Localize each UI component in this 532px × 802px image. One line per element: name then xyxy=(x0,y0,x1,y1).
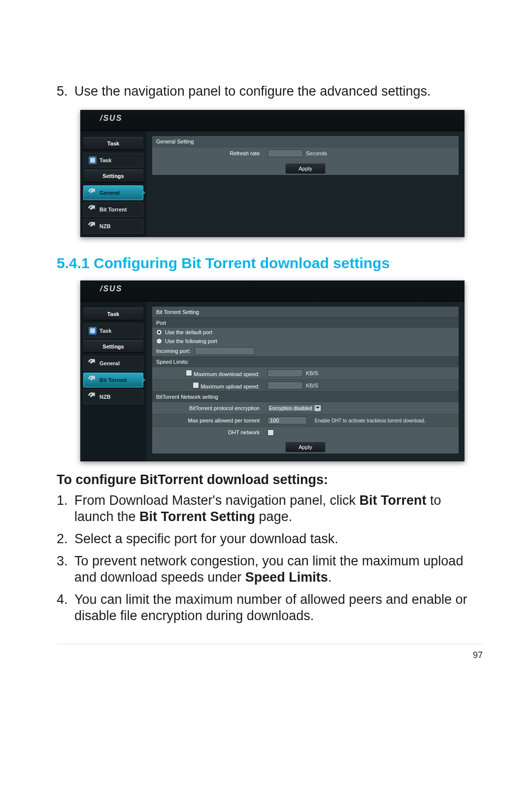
step-num: 2. xyxy=(57,531,74,547)
brand-bar: /SUS xyxy=(80,280,465,302)
t: page. xyxy=(255,509,292,524)
checkbox-max-ul[interactable] xyxy=(193,382,199,388)
step-num: 4. xyxy=(57,592,74,624)
checkbox-dht[interactable] xyxy=(267,429,274,436)
label-peers: Max peers allowed per torrent xyxy=(152,416,264,425)
wrench-icon xyxy=(89,222,97,230)
footer-rule xyxy=(57,644,483,644)
sidebar-item-label: NZB xyxy=(100,394,111,400)
step-num: 1. xyxy=(57,492,74,525)
sidebar-header-task: Task xyxy=(83,308,143,320)
incoming-port-input[interactable] xyxy=(195,347,255,355)
t: Speed Limits xyxy=(245,570,328,585)
sidebar-item-general[interactable]: General xyxy=(83,185,143,200)
sidebar-item-task[interactable]: Task xyxy=(83,323,143,338)
sidebar: Task Task Settings General Bit Torrent N… xyxy=(80,302,146,461)
t: You can limit the maximum number of allo… xyxy=(74,592,467,623)
sidebar-item-nzb[interactable]: NZB xyxy=(83,219,143,234)
row-dht: DHT network xyxy=(152,426,459,438)
max-ul-input[interactable] xyxy=(267,382,303,389)
subheading: To configure BitTorrent download setting… xyxy=(57,472,483,488)
sidebar-item-label: Bit Torrent xyxy=(100,377,127,383)
row-max-upload: Maximum upload speed: KB/S xyxy=(152,379,459,391)
screenshot-bittorrent-setting: /SUS Task Task Settings General Bit Torr… xyxy=(80,280,465,461)
t: Bit Torrent xyxy=(359,493,426,508)
step-3: 3. To prevent network congestion, you ca… xyxy=(57,553,483,586)
kbs-label: KB/S xyxy=(306,370,318,376)
steps-list: 1. From Download Master's navigation pan… xyxy=(57,492,483,624)
sidebar-item-general[interactable]: General xyxy=(83,356,143,371)
sidebar-item-nzb[interactable]: NZB xyxy=(83,389,143,404)
sidebar-item-label: Task xyxy=(100,328,111,334)
wrench-icon xyxy=(89,359,97,367)
seconds-label: Seconds xyxy=(306,150,327,156)
task-icon xyxy=(89,327,97,335)
t: Bit Torrent Setting xyxy=(139,509,255,524)
row-refresh: Refresh rate Seconds xyxy=(152,147,459,159)
brand-bar: /SUS xyxy=(80,110,465,131)
step-2: 2. Select a specific port for your downl… xyxy=(57,531,483,547)
apply-bar: Apply xyxy=(152,159,459,175)
radio-label: Use the default port xyxy=(165,329,212,335)
wrench-icon xyxy=(89,376,97,384)
sidebar-item-label: General xyxy=(100,190,120,196)
row-max-download: Maximum download speed: KB/S xyxy=(152,367,459,379)
t: From Download Master's navigation panel,… xyxy=(74,493,359,508)
sidebar-item-label: NZB xyxy=(100,223,111,229)
t: Select a specific port for your download… xyxy=(74,531,338,546)
sidebar-item-task[interactable]: Task xyxy=(83,153,143,168)
kbs-label: KB/S xyxy=(306,383,318,388)
apply-bar: Apply xyxy=(152,438,459,453)
radio-icon xyxy=(156,338,162,344)
content-panel: Bit Torrent Setting Port Use the default… xyxy=(146,302,465,461)
panel-title: General Setting xyxy=(152,136,459,147)
radio-following-port[interactable]: Use the following port xyxy=(152,337,459,346)
dht-hint: Enable DHT to activate trackless torrent… xyxy=(310,418,426,423)
section-network: BitTorrent Network setting xyxy=(152,391,459,402)
apply-button[interactable]: Apply xyxy=(285,163,326,174)
label-refresh: Refresh rate xyxy=(152,148,264,158)
dropdown-value: Encryption disabled xyxy=(269,406,312,411)
task-icon xyxy=(89,156,97,164)
peers-input[interactable]: 100 xyxy=(267,417,307,424)
incoming-port-label: Incoming port: xyxy=(156,348,191,354)
sidebar-header-settings: Settings xyxy=(83,170,143,182)
section-speed: Speed Limits: xyxy=(152,356,459,367)
checkbox-max-dl[interactable] xyxy=(186,370,192,376)
screenshot-general-setting: /SUS Task Task Settings General Bit Torr… xyxy=(80,110,465,237)
radio-icon xyxy=(156,329,162,335)
step-num: 3. xyxy=(57,553,74,586)
refresh-input[interactable] xyxy=(267,149,303,157)
sidebar-header-settings: Settings xyxy=(83,340,143,353)
content-panel: General Setting Refresh rate Seconds App… xyxy=(146,131,465,237)
step-1: 1. From Download Master's navigation pan… xyxy=(57,492,483,525)
step-text: Use the navigation panel to configure th… xyxy=(74,84,431,99)
step-4: 4. You can limit the maximum number of a… xyxy=(57,592,483,624)
max-dl-input[interactable] xyxy=(267,369,303,377)
radio-default-port[interactable]: Use the default port xyxy=(152,328,459,337)
sidebar-item-label: Bit Torrent xyxy=(100,207,127,212)
chevron-down-icon xyxy=(315,405,321,411)
section-port: Port xyxy=(152,317,459,328)
wrench-icon xyxy=(89,393,97,401)
sidebar-item-label: General xyxy=(100,360,120,366)
wrench-icon xyxy=(89,206,97,213)
label-max-dl: Maximum download speed: xyxy=(194,371,260,377)
section-heading: 5.4.1 Configuring Bit Torrent download s… xyxy=(57,255,483,272)
panel-title: Bit Torrent Setting xyxy=(152,307,459,317)
row-incoming-port: Incoming port: xyxy=(152,346,459,356)
step-num: 5. xyxy=(57,84,74,99)
sidebar-header-task: Task xyxy=(83,137,143,150)
sidebar-item-bittorrent[interactable]: Bit Torrent xyxy=(83,373,143,387)
label-dht: DHT network xyxy=(152,427,264,437)
sidebar-item-bittorrent[interactable]: Bit Torrent xyxy=(83,202,143,217)
step-5: 5. Use the navigation panel to configure… xyxy=(57,84,483,99)
apply-button[interactable]: Apply xyxy=(285,442,326,453)
page-number: 97 xyxy=(57,650,483,661)
radio-label: Use the following port xyxy=(165,338,217,344)
wrench-icon xyxy=(89,189,97,197)
row-max-peers: Max peers allowed per torrent 100 Enable… xyxy=(152,414,459,426)
encryption-dropdown[interactable]: Encryption disabled xyxy=(267,404,322,412)
sidebar-item-label: Task xyxy=(100,157,111,163)
label-encryption: BitTorrent protocol encryption xyxy=(152,403,264,413)
